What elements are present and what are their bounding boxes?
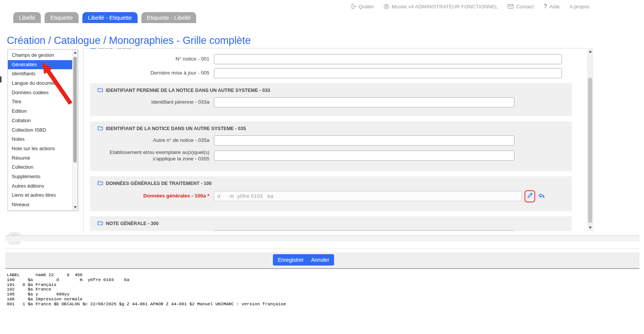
- field-label: N° notice - 001: [84, 56, 214, 62]
- pencil-icon: [526, 192, 533, 200]
- identifiant-perenne-input[interactable]: [214, 97, 514, 107]
- notice-number-input[interactable]: [214, 54, 562, 64]
- save-button[interactable]: Enregistrer: [273, 254, 308, 266]
- section-100: DONNÉES GÉNÉRALES DE TRAITEMENT - 100 Do…: [90, 176, 572, 211]
- edit-donnees-generales-button[interactable]: [525, 190, 535, 202]
- field-row-005: Dernière mise à jour - 005: [84, 68, 587, 78]
- undo-donnees-generales-button[interactable]: [536, 191, 546, 201]
- scroll-down-icon[interactable]: [74, 206, 77, 208]
- field-label: Autre n° de notice - 035a: [90, 137, 214, 144]
- marc-record-output: LABEL nam0 22 9 450 100 $a d m y0fre 010…: [7, 273, 286, 307]
- folder-icon: [98, 221, 103, 227]
- user-circle-icon: [384, 4, 389, 9]
- note-generale-textarea[interactable]: [214, 230, 514, 231]
- sidebar-item-note-sur-les-actions[interactable]: Note sur les actions: [8, 144, 72, 154]
- about-label: A propos: [570, 4, 590, 9]
- top-utility-bar: Quitter Musée v4 ADMINISTRATEUR FONCTION…: [351, 3, 590, 10]
- autre-numero-notice-input[interactable]: [214, 135, 514, 146]
- sidebar-scrollbar[interactable]: [72, 50, 77, 210]
- section-035-header[interactable]: IDENTIFIANT DE LA NOTICE DANS UN AUTRE S…: [98, 126, 572, 132]
- field-label: Etablissement et/ou exemplaire au(x)quel…: [90, 149, 214, 162]
- tab-libelle[interactable]: Libellé: [13, 12, 41, 23]
- scroll-up-icon[interactable]: [74, 51, 77, 54]
- form-scrollbar[interactable]: [587, 48, 593, 231]
- cancel-button[interactable]: Annuler: [306, 254, 334, 266]
- sidebar-item-identifiants[interactable]: Identifiants: [8, 69, 72, 79]
- sidebar-item-collection[interactable]: Collection: [8, 163, 72, 172]
- section-100-header[interactable]: DONNÉES GÉNÉRALES DE TRAITEMENT - 100: [98, 180, 572, 186]
- field-label-required: Données générales - 100a *: [90, 193, 214, 199]
- contact-label: Contact: [516, 4, 534, 9]
- donnees-generales-input: [214, 191, 522, 201]
- panel-bottom-strip: [5, 236, 639, 241]
- sidebar-item-collation[interactable]: Collation: [8, 116, 72, 126]
- field-row-033a: Identifiant pérenne - 033a: [90, 97, 572, 107]
- contact-link[interactable]: Contact: [508, 4, 534, 9]
- user-label: Musée v4 ADMINISTRATEUR FONCTIONNEL: [392, 4, 498, 9]
- footer-divider: [5, 249, 639, 249]
- field-row-100a: Données générales - 100a *: [90, 190, 572, 202]
- tab-etiquette[interactable]: Etiquette: [45, 12, 78, 23]
- etablissement-zone-input[interactable]: [214, 151, 514, 161]
- sidebar-item-liens-et-autres-titres[interactable]: Liens et autres titres: [8, 191, 72, 200]
- sidebar-scrollbar-thumb[interactable]: [73, 57, 77, 163]
- catalog-form-panel: MARC - MARC N° notice - 001 Dernière mis…: [83, 48, 587, 231]
- field-label: Identifiant pérenne - 033a: [90, 99, 214, 106]
- undo-icon: [537, 192, 545, 200]
- folder-icon: [98, 126, 103, 132]
- sidebar-item-generalites[interactable]: Généralités: [8, 60, 72, 70]
- tab-libelle-etiquette[interactable]: Libellé - Etiquette: [82, 12, 138, 23]
- section-035: IDENTIFIANT DE LA NOTICE DANS UN AUTRE S…: [90, 121, 572, 171]
- help-link[interactable]: ? Aide: [543, 3, 560, 10]
- sidebar-item-autres-editions[interactable]: Autres éditions: [8, 182, 72, 191]
- sidebar-item-donnees-codees[interactable]: Données codées: [8, 88, 72, 98]
- section-300: NOTE GÉNÉRALE - 300 Note générale - 300a: [90, 216, 572, 231]
- quit-button[interactable]: Quitter: [351, 4, 374, 9]
- field-row-001: N° notice - 001: [84, 54, 587, 64]
- sidebar-item-niveaux[interactable]: Niveaux: [8, 200, 72, 210]
- sidebar-item-champs-de-gestion[interactable]: Champs de gestion: [8, 51, 72, 60]
- screen-edge-artifact: [0, 76, 2, 82]
- view-tabs: Libellé Etiquette Libellé - Etiquette Et…: [13, 12, 196, 23]
- last-update-input[interactable]: [214, 68, 562, 78]
- help-label: Aide: [550, 4, 560, 9]
- folder-icon: [98, 180, 103, 186]
- about-link[interactable]: A propos: [570, 4, 590, 9]
- sidebar-item-titre[interactable]: Titre: [8, 97, 72, 107]
- help-icon: ?: [543, 3, 547, 10]
- field-label: Dernière mise à jour - 005: [84, 70, 214, 76]
- section-title: IDENTIFIANT PERENNE DE LA NOTICE DANS UN…: [106, 88, 270, 93]
- quit-label: Quitter: [359, 4, 374, 9]
- page-title: Création / Catalogue / Monographies - Gr…: [7, 35, 251, 47]
- tab-etiquette-libelle[interactable]: Etiquette - Libellé: [141, 12, 197, 23]
- section-title: IDENTIFIANT DE LA NOTICE DANS UN AUTRE S…: [106, 126, 246, 131]
- sidebar-item-supplements[interactable]: Suppléments: [8, 172, 72, 182]
- sidebar-item-collection-isbd[interactable]: Collection ISBD: [8, 126, 72, 135]
- section-title: DONNÉES GÉNÉRALES DE TRAITEMENT - 100: [106, 181, 212, 186]
- folder-icon: [98, 87, 103, 93]
- scroll-down-icon[interactable]: [589, 227, 592, 229]
- sidebar-item-notes[interactable]: Notes: [8, 135, 72, 144]
- user-menu[interactable]: Musée v4 ADMINISTRATEUR FONCTIONNEL: [384, 4, 498, 9]
- sidebar-item-langue-du-document[interactable]: Langue du document: [8, 79, 72, 88]
- field-row-300a: Note générale - 300a: [90, 230, 572, 231]
- mail-icon: [508, 4, 514, 9]
- logout-icon: [351, 4, 356, 9]
- section-033-header[interactable]: IDENTIFIANT PERENNE DE LA NOTICE DANS UN…: [98, 87, 572, 93]
- form-scrollbar-thumb[interactable]: [588, 78, 592, 223]
- section-title: NOTE GÉNÉRALE - 300: [106, 221, 159, 226]
- section-list: Champs de gestion Généralités Identifian…: [8, 49, 78, 211]
- scroll-up-icon[interactable]: [589, 50, 592, 53]
- field-row-0355: Etablissement et/ou exemplaire au(x)quel…: [90, 149, 572, 162]
- section-300-header[interactable]: NOTE GÉNÉRALE - 300: [98, 221, 572, 227]
- clipped-section-header: MARC - MARC: [90, 48, 587, 50]
- sidebar-item-resume[interactable]: Résumé: [8, 154, 72, 163]
- sidebar-item-edition[interactable]: Edition: [8, 107, 72, 116]
- field-row-035a: Autre n° de notice - 035a: [90, 135, 572, 146]
- section-033: IDENTIFIANT PERENNE DE LA NOTICE DANS UN…: [90, 83, 572, 116]
- folder-icon: [90, 48, 96, 50]
